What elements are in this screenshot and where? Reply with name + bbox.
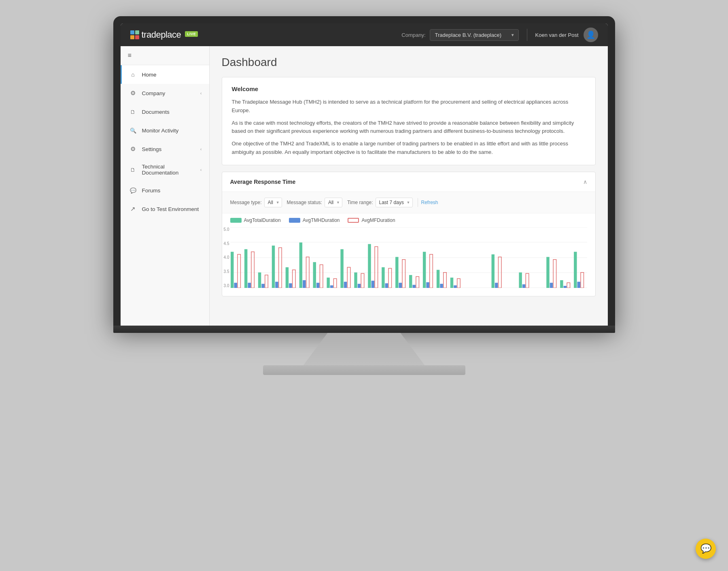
legend-color-mf (348, 218, 359, 223)
settings-icon: ⚙ (129, 145, 137, 153)
logo-sq-green (135, 30, 139, 34)
chart-legend: AvgTotalDuration AvgTMHDuration AvgMFDur… (222, 213, 595, 227)
documents-icon: 🗋 (129, 108, 137, 116)
sidebar-item-home[interactable]: ⌂ Home (121, 65, 209, 84)
svg-rect-53 (450, 277, 453, 288)
user-name: Koen van der Post (535, 32, 579, 38)
svg-rect-38 (382, 267, 384, 288)
sidebar-item-documents[interactable]: 🗋 Documents (121, 102, 209, 121)
svg-rect-5 (231, 252, 233, 288)
svg-rect-51 (440, 284, 443, 288)
logo-area: tradeplace LIVE (130, 30, 198, 40)
welcome-paragraph-1: The Tradeplace Message Hub (TMH2) is int… (232, 98, 586, 115)
main-content: Dashboard Welcome The Tradeplace Message… (210, 46, 608, 326)
y-label-3-5: 3.5 (218, 269, 229, 274)
svg-rect-33 (357, 284, 360, 288)
sidebar-hamburger-button[interactable]: ≡ (121, 46, 209, 65)
svg-rect-60 (522, 284, 525, 288)
logo-sq-red (135, 35, 139, 39)
svg-rect-59 (519, 273, 522, 288)
sidebar-documents-label: Documents (142, 109, 202, 115)
svg-rect-66 (563, 286, 566, 288)
message-status-select-wrapper: All ▼ (325, 198, 342, 207)
y-label-4-5: 4.5 (218, 241, 229, 246)
svg-rect-63 (550, 283, 552, 288)
svg-rect-31 (347, 267, 350, 288)
sidebar-item-settings[interactable]: ⚙ Settings ‹ (121, 140, 209, 158)
svg-rect-42 (399, 283, 401, 288)
svg-rect-20 (299, 243, 302, 288)
message-status-label: Message status: (287, 200, 322, 205)
welcome-title: Welcome (232, 85, 586, 92)
monitor-stand-base (263, 365, 465, 375)
svg-rect-34 (361, 273, 364, 288)
company-label: Company: (401, 32, 425, 38)
svg-rect-65 (560, 280, 563, 288)
sidebar-item-technical-documentation[interactable]: 🗋 Technical Documentation ‹ (121, 158, 209, 181)
sidebar-item-forums[interactable]: 💬 Forums (121, 181, 209, 200)
sidebar-item-test-environment[interactable]: ↗ Go to Test Environment (121, 200, 209, 218)
y-label-3: 3.0 (218, 283, 229, 288)
user-area: Koen van der Post 👤 (535, 28, 598, 42)
svg-rect-43 (402, 260, 405, 288)
chart-filters: Message type: All ▼ Message status: (222, 192, 595, 213)
settings-chevron-icon: ‹ (200, 147, 202, 151)
message-type-select[interactable]: All (264, 198, 282, 207)
monitor-screen: tradeplace LIVE Company: Tradeplace B.V.… (113, 16, 615, 326)
svg-rect-57 (495, 283, 498, 288)
svg-rect-26 (327, 277, 329, 288)
svg-rect-48 (426, 282, 429, 288)
chat-button[interactable]: 💬 (696, 539, 716, 559)
time-range-label: Time range: (347, 200, 373, 205)
svg-rect-49 (429, 254, 432, 288)
message-status-filter-group: Message status: All ▼ (287, 198, 342, 207)
chart-container: 5.0 4.5 4.0 3.5 3.0 (222, 227, 595, 296)
test-environment-icon: ↗ (129, 205, 137, 213)
svg-rect-23 (313, 262, 316, 288)
svg-rect-24 (316, 283, 319, 288)
svg-rect-61 (526, 273, 528, 288)
time-range-select-wrapper: Last 7 days ▼ (376, 198, 413, 207)
svg-rect-67 (567, 283, 570, 288)
svg-rect-40 (388, 268, 391, 288)
navbar-divider (527, 29, 527, 41)
welcome-card-body: Welcome The Tradeplace Message Hub (TMH2… (222, 77, 595, 165)
sidebar-technical-documentation-label: Technical Documentation (142, 164, 200, 176)
legend-color-total (230, 218, 242, 223)
svg-rect-11 (258, 273, 261, 288)
sidebar-monitor-activity-label: Monitor Activity (142, 128, 202, 134)
sidebar: ≡ ⌂ Home ⚙ Company ‹ 🗋 Documents (121, 46, 210, 326)
svg-rect-54 (454, 285, 456, 288)
time-range-select[interactable]: Last 7 days (376, 198, 413, 207)
svg-rect-16 (278, 247, 281, 288)
svg-rect-35 (368, 244, 371, 288)
svg-rect-18 (289, 283, 292, 288)
monitor-wrapper: tradeplace LIVE Company: Tradeplace B.V.… (113, 16, 615, 375)
svg-rect-44 (409, 275, 412, 288)
sidebar-test-environment-label: Go to Test Environment (142, 206, 202, 212)
logo-text: tradeplace (142, 30, 181, 40)
sidebar-item-company[interactable]: ⚙ Company ‹ (121, 84, 209, 102)
sidebar-item-monitor-activity[interactable]: 🔍 Monitor Activity (121, 121, 209, 140)
logo-icon (130, 30, 139, 39)
svg-rect-37 (375, 247, 378, 288)
chat-icon: 💬 (700, 543, 711, 554)
sidebar-forums-label: Forums (142, 187, 202, 194)
svg-rect-14 (272, 245, 274, 288)
chart-collapse-icon[interactable]: ∧ (583, 179, 587, 185)
svg-rect-9 (248, 283, 250, 288)
svg-rect-30 (344, 281, 346, 288)
svg-rect-8 (244, 249, 247, 288)
svg-rect-32 (354, 273, 357, 288)
user-avatar: 👤 (584, 28, 598, 42)
svg-rect-15 (275, 281, 278, 288)
home-icon: ⌂ (129, 70, 137, 79)
technical-doc-chevron-icon: ‹ (200, 167, 202, 172)
svg-rect-13 (265, 275, 267, 288)
svg-rect-46 (416, 277, 418, 288)
svg-rect-25 (320, 264, 323, 288)
message-status-select[interactable]: All (325, 198, 342, 207)
svg-rect-68 (574, 252, 577, 288)
refresh-button[interactable]: Refresh (418, 198, 441, 207)
company-dropdown[interactable]: Tradeplace B.V. (tradeplace) (430, 29, 519, 41)
